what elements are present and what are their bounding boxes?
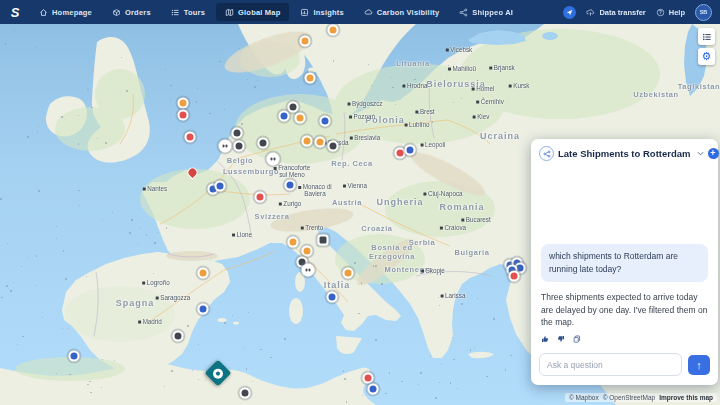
nav-item-label: Shippeo AI (472, 8, 513, 17)
marker-blue[interactable] (517, 265, 524, 272)
thumbs-down-icon[interactable] (557, 335, 565, 343)
marker-blue[interactable] (71, 353, 78, 360)
nav-item-homepage[interactable]: Homepage (30, 3, 101, 21)
marker-orange[interactable] (345, 270, 352, 277)
new-chat-button[interactable]: + (708, 148, 719, 159)
marker-red[interactable] (187, 134, 194, 141)
marker-blue[interactable] (210, 186, 217, 193)
marker-blue[interactable] (217, 183, 224, 190)
nav-item-label: Orders (125, 8, 151, 17)
nav-item-label: Homepage (52, 8, 92, 17)
marker-cluster[interactable] (269, 155, 278, 164)
copy-icon[interactable] (573, 335, 581, 343)
marker-dark[interactable] (260, 140, 267, 147)
shippeo-ai-icon (539, 146, 554, 161)
legend-list-icon (702, 32, 712, 42)
marker-orange[interactable] (317, 139, 324, 146)
data-transfer-button[interactable]: Data transfer (586, 8, 645, 17)
marker-cluster[interactable] (221, 142, 230, 151)
nav-item-tours[interactable]: Tours (162, 3, 214, 21)
marker-orange[interactable] (290, 239, 297, 246)
marker-cluster[interactable] (304, 266, 313, 275)
mapbox-attribution-link[interactable]: © Mapbox (569, 394, 599, 401)
marker-red[interactable] (257, 194, 264, 201)
send-button[interactable]: ↑ (688, 355, 710, 375)
marker-blue[interactable] (322, 118, 329, 125)
marker-red[interactable] (511, 273, 518, 280)
map-settings-button[interactable]: ⚙ (698, 48, 715, 65)
marker-orange[interactable] (200, 270, 207, 277)
marker-blue[interactable] (329, 294, 336, 301)
marker-blue[interactable] (407, 147, 414, 154)
chat-header-actions: + — × (708, 148, 720, 159)
marker-dark[interactable] (234, 130, 241, 137)
chat-title: Late Shipments to Rotterdam (558, 148, 691, 159)
marker-red[interactable] (180, 112, 187, 119)
osm-attribution-link[interactable]: © OpenStreetMap (603, 394, 655, 401)
nav-item-insights[interactable]: Insights (291, 3, 352, 21)
shippeo-logo[interactable]: S (0, 5, 30, 20)
marker-square[interactable] (320, 237, 327, 244)
map-icon (225, 8, 234, 17)
nav-item-label: Tours (184, 8, 205, 17)
legend-button[interactable] (698, 28, 715, 45)
marker-red[interactable] (365, 375, 372, 382)
marker-orange[interactable] (307, 75, 314, 82)
map-controls: ⚙ (698, 28, 715, 65)
marker-dark[interactable] (175, 333, 182, 340)
marker-blue[interactable] (200, 306, 207, 313)
marker-orange[interactable] (297, 115, 304, 122)
feedback-row (541, 335, 708, 343)
data-transfer-label: Data transfer (599, 8, 645, 17)
marker-dark[interactable] (330, 143, 337, 150)
help-icon: ? (656, 8, 665, 17)
orders-icon (112, 8, 121, 17)
nav-item-orders[interactable]: Orders (103, 3, 160, 21)
help-button[interactable]: ? Help (656, 8, 685, 17)
user-avatar[interactable]: SB (695, 4, 712, 21)
app-window: S HomepageOrdersToursGlobal MapInsightsC… (0, 0, 720, 405)
marker-blue[interactable] (281, 113, 288, 120)
nav-item-label: Insights (313, 8, 343, 17)
marker-dark[interactable] (242, 390, 249, 397)
nav-item-label: Carbon Visibility (377, 8, 439, 17)
marker-dark[interactable] (290, 104, 297, 111)
chat-header: Late Shipments to Rotterdam + — × (531, 139, 718, 166)
marker-blue[interactable] (287, 182, 294, 189)
marker-orange[interactable] (330, 27, 337, 34)
home-icon (39, 8, 48, 17)
chevron-down-icon[interactable] (697, 150, 704, 157)
marker-orange[interactable] (304, 138, 311, 145)
improve-map-link[interactable]: Improve this map (659, 394, 713, 401)
assistant-message: Three shipments expected to arrive today… (541, 291, 708, 329)
insights-icon (300, 8, 309, 17)
nav-item-global-map[interactable]: Global Map (216, 3, 289, 21)
top-nav: S HomepageOrdersToursGlobal MapInsightsC… (0, 0, 720, 24)
cloud-upload-icon (586, 8, 595, 17)
marker-orange[interactable] (304, 248, 311, 255)
marker-pin[interactable] (188, 168, 197, 177)
marker-dark[interactable] (299, 259, 306, 266)
marker-red[interactable] (397, 150, 404, 157)
marker-orange[interactable] (180, 100, 187, 107)
ai-icon (459, 8, 468, 17)
tours-icon (171, 8, 180, 17)
help-label: Help (669, 8, 685, 17)
ai-chat-panel: Late Shipments to Rotterdam + — × which … (531, 139, 718, 385)
thumbs-up-icon[interactable] (541, 335, 549, 343)
chat-messages: which shipments to Rotterdam are running… (531, 166, 718, 347)
nav-item-carbon-visibility[interactable]: Carbon Visibility (355, 3, 448, 21)
marker-selected[interactable] (209, 364, 228, 383)
nav-item-label: Global Map (238, 8, 280, 17)
gear-icon: ⚙ (702, 51, 712, 62)
ask-question-input[interactable] (539, 353, 682, 376)
chat-input-row: ↑ (531, 347, 718, 385)
marker-dark[interactable] (236, 143, 243, 150)
nav-right: Data transfer ? Help SB (563, 4, 720, 21)
send-plane-icon[interactable] (563, 6, 576, 19)
marker-orange[interactable] (302, 38, 309, 45)
marker-blue[interactable] (370, 386, 377, 393)
carbon-icon (364, 8, 373, 17)
nav-item-shippeo-ai[interactable]: Shippeo AI (450, 3, 522, 21)
nav-items: HomepageOrdersToursGlobal MapInsightsCar… (30, 0, 522, 24)
